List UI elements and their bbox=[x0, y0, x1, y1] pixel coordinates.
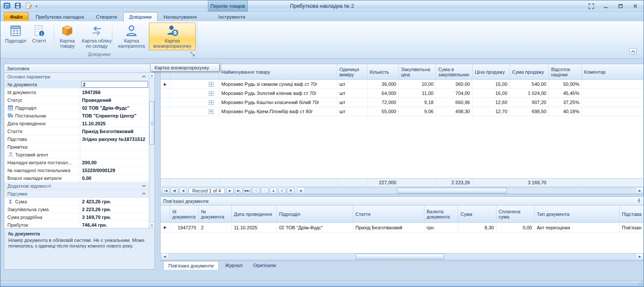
property-row[interactable]: Накладні витрати постачал...200,00 bbox=[4, 159, 149, 166]
table-cell[interactable] bbox=[582, 80, 644, 88]
property-value[interactable]: 02 ТОВ "Дрім-Фудс" bbox=[80, 104, 149, 111]
table-cell[interactable]: грн. bbox=[424, 223, 458, 232]
nav-prev-page-button[interactable]: ◀| bbox=[171, 188, 178, 194]
button-department[interactable]: Підрозділ bbox=[4, 23, 27, 50]
table-cell[interactable]: 698,50 bbox=[510, 107, 549, 116]
scroll-thumb[interactable] bbox=[149, 101, 154, 145]
table-cell[interactable]: 540,00 bbox=[510, 80, 549, 88]
property-row[interactable]: ПостачальникТОВ "Спринтер Центр" bbox=[4, 112, 149, 120]
related-column-header[interactable]: Валюта документа bbox=[424, 205, 458, 222]
table-cell[interactable]: 02 ТОВ "Дрім-Фудс" bbox=[277, 223, 353, 232]
tab-related-documents[interactable]: Пов'язані документи bbox=[163, 261, 219, 270]
fullscreen-icon[interactable] bbox=[588, 3, 594, 9]
nav-first-button[interactable]: |◀ bbox=[162, 188, 170, 194]
scroll-up-icon[interactable]: ▲ bbox=[149, 73, 154, 78]
table-cell[interactable]: Прихід Безготівковий bbox=[353, 223, 424, 232]
related-column-header[interactable]: Сплачена сума bbox=[496, 205, 535, 222]
button-settlement-card[interactable]: $ Картка воєморозрахунку bbox=[149, 23, 196, 50]
table-cell[interactable]: 907,20 bbox=[510, 98, 549, 107]
scroll-thumb[interactable] bbox=[355, 254, 444, 259]
property-value[interactable]: ТОВ "Спринтер Центр" bbox=[80, 112, 149, 119]
table-cell[interactable] bbox=[582, 107, 644, 116]
related-column-header[interactable]: Id документа bbox=[170, 205, 199, 222]
products-column-header[interactable]: Коментар bbox=[582, 64, 644, 79]
property-row[interactable]: Id документа1947266 bbox=[4, 88, 149, 96]
scroll-thumb[interactable] bbox=[397, 188, 507, 193]
nav-edit-button[interactable]: ▲ bbox=[269, 188, 277, 194]
tab-journal[interactable]: Журнал bbox=[220, 261, 247, 270]
property-value[interactable]: 200,00 bbox=[80, 159, 149, 166]
property-value[interactable]: 2 423,26 грн. bbox=[80, 198, 149, 205]
table-cell[interactable]: 360,00 bbox=[436, 80, 473, 88]
table-cell[interactable]: шт bbox=[337, 107, 368, 116]
tab-create[interactable]: Створити bbox=[90, 12, 123, 21]
table-cell[interactable]: 12,70 bbox=[473, 107, 510, 116]
table-cell[interactable]: шт bbox=[337, 80, 368, 88]
qat-customize-icon[interactable]: ▾ bbox=[36, 3, 37, 8]
related-column-header[interactable]: № документа bbox=[199, 205, 232, 222]
property-value[interactable]: 0,00 bbox=[80, 174, 149, 182]
table-cell[interactable]: 45,45% bbox=[549, 89, 582, 98]
table-cell[interactable]: 15,00 bbox=[473, 80, 510, 88]
property-row[interactable]: Закупівельна сума2 223,26 грн. bbox=[4, 205, 149, 213]
scroll-track[interactable] bbox=[304, 188, 637, 193]
table-cell[interactable]: 660,96 bbox=[436, 98, 473, 107]
table-cell[interactable]: 72,000 bbox=[368, 98, 399, 107]
maximize-icon[interactable] bbox=[618, 3, 624, 9]
tab-tools[interactable]: Інструменти bbox=[212, 12, 251, 21]
property-value[interactable]: Згідно рахунку №18731512 bbox=[80, 135, 149, 143]
table-cell[interactable]: 704,00 bbox=[436, 89, 473, 98]
related-column-header[interactable]: Підстава bbox=[620, 205, 644, 222]
property-row[interactable]: № документа2 bbox=[4, 81, 149, 88]
table-cell[interactable]: 9,18 bbox=[399, 98, 436, 107]
products-horizontal-scrollbar[interactable]: ◀▶ bbox=[297, 187, 644, 194]
products-column-header[interactable]: Ціна продажу bbox=[473, 64, 510, 79]
button-articles[interactable]: ! Статті bbox=[29, 23, 49, 50]
table-cell[interactable]: Морозиво Рудь Крем-Пломбір ваф ст 80г bbox=[219, 107, 337, 116]
scroll-left-icon[interactable]: ◀ bbox=[161, 254, 168, 259]
property-value[interactable] bbox=[80, 151, 149, 158]
tab-originals[interactable]: Оригінали bbox=[249, 261, 281, 270]
table-cell[interactable]: 10,00 bbox=[399, 80, 436, 88]
products-column-header[interactable]: Найменування товару bbox=[219, 64, 337, 79]
button-stock-card[interactable]: Картка обліку по складу bbox=[79, 23, 114, 50]
table-row[interactable]: ▶1947270211.10.202502 ТОВ "Дрім-Фудс"При… bbox=[161, 223, 644, 232]
table-row[interactable]: +Морозиво Рудь Золотий ключик ваф ст 70г… bbox=[161, 89, 644, 98]
property-value[interactable]: Проведений bbox=[80, 96, 149, 104]
table-cell[interactable]: 37,25% bbox=[549, 98, 582, 107]
related-column-header[interactable]: Дата проведення bbox=[232, 205, 277, 222]
scroll-track[interactable] bbox=[149, 78, 154, 222]
table-cell[interactable]: 11.10.2025 bbox=[232, 223, 277, 232]
table-cell[interactable]: 1 024,00 bbox=[510, 89, 549, 98]
edit-document-icon[interactable] bbox=[25, 2, 33, 10]
property-row[interactable]: СтатусПроведений bbox=[4, 96, 149, 104]
property-row[interactable]: ПідставаЗгідно рахунку №18731512 bbox=[4, 135, 149, 143]
table-cell[interactable]: 9,06 bbox=[399, 107, 436, 116]
scroll-down-icon[interactable]: ▼ bbox=[149, 222, 154, 228]
scroll-right-icon[interactable]: ▶ bbox=[637, 188, 643, 193]
products-column-header[interactable]: Закупівельна ціна bbox=[399, 64, 436, 79]
nav-endedit-button[interactable]: ✔ bbox=[278, 188, 286, 194]
property-row[interactable]: Власні накладні витрати0,00 bbox=[4, 174, 149, 182]
table-cell[interactable]: Акт переоцінки bbox=[535, 223, 620, 232]
table-cell[interactable]: 11,00 bbox=[399, 89, 436, 98]
table-row[interactable]: +Морозиво Рудь Каштан класичний білий 70… bbox=[161, 98, 644, 107]
dialog-launcher-icon[interactable] bbox=[190, 51, 195, 57]
products-column-header[interactable]: Кількість bbox=[368, 64, 399, 79]
property-value[interactable]: 2 223,26 грн. bbox=[80, 205, 149, 213]
property-row[interactable]: ΣСума2 423,26 грн. bbox=[4, 198, 149, 205]
nav-delete-button[interactable]: − bbox=[261, 188, 269, 194]
related-column-header[interactable]: Стаття bbox=[353, 205, 424, 222]
property-value[interactable]: 15220/0000129 bbox=[80, 166, 149, 174]
table-cell[interactable]: Морозиво Рудь Каштан класичний білий 70г bbox=[219, 98, 337, 107]
property-value[interactable]: 2 bbox=[80, 81, 149, 88]
table-cell[interactable]: Морозиво Рудь Золотий ключик ваф ст 70г bbox=[219, 89, 337, 98]
table-cell[interactable]: 40,18% bbox=[549, 107, 582, 116]
table-cell[interactable]: 1947270 bbox=[170, 223, 199, 232]
pin-icon[interactable] bbox=[637, 199, 641, 203]
related-horizontal-scrollbar[interactable]: ◀▶ bbox=[161, 253, 644, 260]
row-expand-button[interactable]: + bbox=[209, 109, 214, 114]
related-column-header[interactable]: Підрозділ bbox=[277, 205, 353, 222]
property-row[interactable]: Дата проведення11.10.2025 bbox=[4, 120, 149, 127]
table-cell[interactable]: 8,30 bbox=[458, 223, 496, 232]
